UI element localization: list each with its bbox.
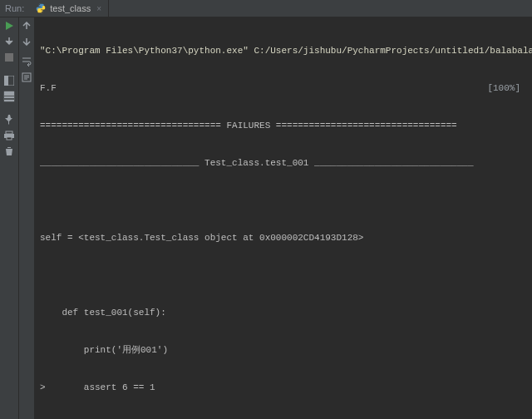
delete-icon[interactable] xyxy=(3,145,15,157)
failures-header: ================================= FAILUR… xyxy=(40,120,457,132)
svg-rect-2 xyxy=(4,76,8,86)
run-label: Run: xyxy=(0,3,29,13)
gt-line-1: > assert 6 == 1 xyxy=(40,382,155,394)
layout-icon[interactable] xyxy=(3,75,15,86)
run-icon[interactable] xyxy=(3,20,15,32)
progress-text: F.F xyxy=(40,82,57,95)
test001-header: _____________________________ Test_class… xyxy=(40,157,474,170)
run-toolbar-left xyxy=(0,17,19,419)
def-line-1: def test_001(self): xyxy=(40,307,166,319)
console-output[interactable]: "C:\Program Files\Python37\python.exe" C… xyxy=(35,17,532,419)
svg-rect-3 xyxy=(4,91,14,96)
layout2-icon[interactable] xyxy=(3,91,15,102)
svg-rect-6 xyxy=(6,131,12,134)
console-cmd: "C:\Program Files\Python37\python.exe" C… xyxy=(40,45,532,57)
print-line-1: print('用例001') xyxy=(40,344,168,357)
run-tool-window: Run: test_class × xyxy=(0,0,532,419)
progress-pct: [100%] xyxy=(487,82,520,95)
stop-icon[interactable] xyxy=(3,52,15,63)
svg-rect-0 xyxy=(5,53,13,62)
run-toolbar-sub xyxy=(19,17,35,419)
run-tab-test_class[interactable]: test_class × xyxy=(29,0,109,17)
svg-rect-8 xyxy=(7,137,12,140)
down2-icon[interactable] xyxy=(21,36,32,47)
svg-rect-4 xyxy=(4,96,14,98)
wrap-icon[interactable] xyxy=(21,56,32,67)
run-tab-label: test_class xyxy=(50,3,91,13)
close-icon[interactable]: × xyxy=(95,4,101,13)
run-header-row: Run: test_class × xyxy=(0,0,532,17)
self-repr-1: self = <test_class.Test_class object at … xyxy=(40,232,363,244)
up-icon[interactable] xyxy=(21,20,32,32)
step-down-icon[interactable] xyxy=(3,36,15,47)
python-icon xyxy=(36,3,46,13)
pin-icon[interactable] xyxy=(3,114,15,126)
run-body: "C:\Program Files\Python37\python.exe" C… xyxy=(0,17,532,419)
print-icon[interactable] xyxy=(3,130,15,141)
scroll-icon[interactable] xyxy=(21,71,32,83)
svg-rect-5 xyxy=(4,100,14,101)
